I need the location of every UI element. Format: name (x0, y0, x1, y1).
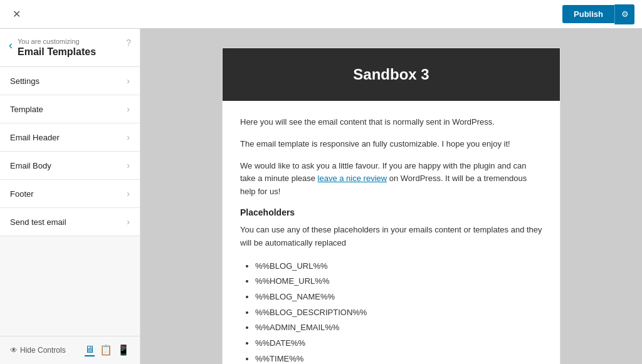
sidebar-item-settings[interactable]: Settings› (0, 67, 140, 95)
sidebar-item-footer[interactable]: Footer› (0, 180, 140, 208)
email-para-2: The email template is responsive an full… (240, 138, 542, 151)
hide-controls-button[interactable]: 👁 Hide Controls (10, 346, 66, 355)
email-body-block: Here you will see the email content that… (223, 101, 560, 364)
publish-button[interactable]: Publish (562, 5, 614, 23)
placeholder-list: %%BLOG_URL%%%%HOME_URL%%%%BLOG_NAME%%%%B… (240, 259, 542, 364)
email-header-block: Sandbox 3 (223, 48, 560, 101)
hide-controls-label: Hide Controls (20, 346, 66, 355)
list-item: %%HOME_URL%% (255, 274, 542, 289)
sidebar-footer: 👁 Hide Controls 🖥 📋 📱 (0, 336, 140, 364)
sidebar: ‹ You are customizing Email Templates ? … (0, 29, 140, 364)
chevron-icon: › (127, 160, 130, 170)
eye-icon: 👁 (10, 346, 18, 355)
chevron-icon: › (127, 189, 130, 199)
sidebar-item-template[interactable]: Template› (0, 95, 140, 123)
placeholders-heading: Placeholders (240, 207, 542, 217)
list-item: %%BLOG_NAME%% (255, 289, 542, 305)
list-item: %%BLOG_URL%% (255, 259, 542, 274)
sidebar-item-send-test-email[interactable]: Send test email› (0, 208, 140, 236)
placeholders-intro: You can use any of these placeholders in… (240, 224, 542, 250)
list-item: %%BLOG_DESCRIPTION%% (255, 305, 542, 321)
device-icons: 🖥 📋 📱 (85, 344, 130, 356)
chevron-icon: › (127, 217, 130, 227)
list-item: %%ADMIN_EMAIL%% (255, 320, 542, 336)
close-button[interactable]: ✕ (8, 6, 25, 23)
chevron-icon: › (127, 132, 130, 142)
sidebar-header: ‹ You are customizing Email Templates ? (0, 29, 140, 67)
content-area: Sandbox 3 Here you will see the email co… (140, 29, 642, 364)
email-preview: Sandbox 3 Here you will see the email co… (222, 48, 560, 364)
mobile-icon[interactable]: 📱 (117, 344, 130, 356)
email-para-1: Here you will see the email content that… (240, 116, 542, 129)
chevron-icon: › (127, 76, 130, 86)
help-icon[interactable]: ? (126, 38, 131, 48)
sidebar-nav: Settings›Template›Email Header›Email Bod… (0, 67, 140, 336)
email-header-title: Sandbox 3 (235, 66, 547, 83)
chevron-icon: › (127, 104, 130, 114)
top-bar: ✕ Publish ⚙ (0, 0, 642, 29)
customizing-label: You are customizing (18, 38, 121, 45)
list-item: %%TIME%% (255, 351, 542, 364)
publish-group: Publish ⚙ (562, 4, 634, 24)
sidebar-header-text: You are customizing Email Templates (18, 38, 121, 58)
tablet-icon[interactable]: 📋 (100, 344, 112, 356)
back-button[interactable]: ‹ (9, 39, 13, 52)
customizing-title: Email Templates (18, 46, 121, 58)
settings-button[interactable]: ⚙ (614, 4, 634, 24)
email-para-3: We would like to ask you a little favour… (240, 160, 542, 199)
leave-review-link[interactable]: leave a nice review (318, 174, 387, 183)
list-item: %%DATE%% (255, 336, 542, 351)
desktop-icon[interactable]: 🖥 (85, 344, 95, 356)
sidebar-item-email-header[interactable]: Email Header› (0, 123, 140, 152)
sidebar-item-email-body[interactable]: Email Body› (0, 152, 140, 180)
main-layout: ‹ You are customizing Email Templates ? … (0, 29, 642, 364)
